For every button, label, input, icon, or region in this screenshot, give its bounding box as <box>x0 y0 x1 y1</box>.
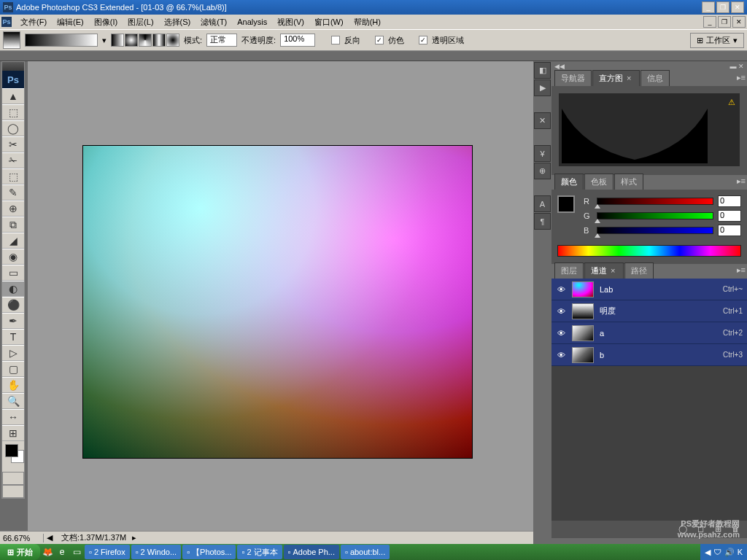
opacity-select[interactable]: 100% <box>280 34 315 47</box>
menu-help[interactable]: 帮助(H) <box>349 15 385 29</box>
g-slider[interactable] <box>597 212 713 219</box>
tool-4[interactable]: ✁ <box>2 152 24 168</box>
doc-restore-button[interactable]: ❐ <box>718 16 731 28</box>
channel-row-b[interactable]: 👁bCtrl+3 <box>551 344 747 366</box>
tab-paths[interactable]: 路径 <box>624 262 654 279</box>
collapse-right-icon[interactable]: ▬ ✕ <box>729 63 744 70</box>
r-value[interactable]: 0 <box>718 195 741 207</box>
taskbar-item[interactable]: ▫【Photos... <box>182 545 236 559</box>
taskbar-item[interactable]: ▫about:bl... <box>341 545 390 559</box>
panel-menu-icon[interactable]: ▸≡ <box>737 73 746 82</box>
g-value[interactable]: 0 <box>718 210 741 222</box>
strip-tools-icon[interactable]: ✕ <box>534 112 551 129</box>
tool-9[interactable]: ◢ <box>2 233 24 249</box>
tab-channels[interactable]: 通道 × <box>584 262 624 279</box>
ql-firefox-icon[interactable]: 🦊 <box>40 545 55 559</box>
reverse-checkbox[interactable] <box>331 36 340 44</box>
color-current-swatch[interactable] <box>557 195 575 213</box>
ql-desktop-icon[interactable]: ▭ <box>69 545 84 559</box>
tray-icon[interactable]: 🔊 <box>724 548 735 557</box>
visibility-icon[interactable]: 👁 <box>556 284 566 295</box>
tool-19[interactable]: 🔍 <box>2 393 24 409</box>
tab-styles[interactable]: 样式 <box>614 174 643 190</box>
r-slider[interactable] <box>597 198 713 205</box>
taskbar-item[interactable]: ▫2 记事本 <box>237 545 282 559</box>
tool-0[interactable]: ▲ <box>2 88 24 104</box>
document-canvas[interactable] <box>82 145 473 459</box>
tray-icon[interactable]: ◀ <box>705 548 711 557</box>
gradient-angle[interactable] <box>139 34 152 47</box>
panel-menu-icon[interactable]: ▸≡ <box>737 176 746 186</box>
taskbar-item[interactable]: ▫2 Windo... <box>131 545 181 559</box>
tool-21[interactable]: ⊞ <box>2 425 24 441</box>
document-info[interactable]: 文档:1.37M/1.37M <box>55 532 132 543</box>
toolbox-grip[interactable] <box>2 62 24 71</box>
info-dropdown-icon[interactable]: ▸ <box>132 533 136 542</box>
menu-image[interactable]: 图像(I) <box>90 15 122 29</box>
strip-brush-icon[interactable]: ¥ <box>534 145 551 162</box>
gradient-radial[interactable] <box>125 34 138 47</box>
tool-2[interactable]: ◯ <box>2 120 24 136</box>
tool-5[interactable]: ⬚ <box>2 168 24 184</box>
strip-char-icon[interactable]: A <box>534 195 551 212</box>
channel-row-a[interactable]: 👁aCtrl+2 <box>551 322 747 344</box>
foreground-color[interactable] <box>5 444 18 457</box>
visibility-icon[interactable]: 👁 <box>556 350 566 360</box>
tab-close-icon[interactable]: × <box>625 74 632 82</box>
maximize-button[interactable]: ❐ <box>716 1 729 13</box>
b-slider[interactable] <box>597 227 713 234</box>
ps-menu-icon[interactable]: Ps <box>1 17 12 27</box>
workspace-button[interactable]: ⊞ 工作区 ▾ <box>690 33 744 48</box>
menu-edit[interactable]: 编辑(E) <box>53 15 88 29</box>
tool-14[interactable]: ✒ <box>2 313 24 329</box>
tab-layers[interactable]: 图层 <box>554 262 584 279</box>
active-tool-icon[interactable] <box>3 31 20 49</box>
close-button[interactable]: ✕ <box>731 1 744 13</box>
tool-11[interactable]: ▭ <box>2 265 24 281</box>
tool-20[interactable]: ↔ <box>2 409 24 425</box>
doc-close-button[interactable]: ✕ <box>732 16 746 28</box>
menu-layer[interactable]: 图层(L) <box>123 15 158 29</box>
visibility-icon[interactable]: 👁 <box>556 328 566 338</box>
tool-17[interactable]: ▢ <box>2 361 24 377</box>
gradient-linear[interactable] <box>111 34 124 47</box>
tool-8[interactable]: ⧉ <box>2 217 24 233</box>
tool-3[interactable]: ✂ <box>2 136 24 152</box>
doc-minimize-button[interactable]: _ <box>703 16 716 28</box>
tab-close-icon[interactable]: × <box>609 266 616 275</box>
tool-7[interactable]: ⊕ <box>2 201 24 217</box>
ql-ie-icon[interactable]: e <box>55 545 69 559</box>
menu-window[interactable]: 窗口(W) <box>310 15 348 29</box>
strip-clone-icon[interactable]: ⊕ <box>534 163 551 179</box>
taskbar-item[interactable]: ▫Adobe Ph... <box>284 545 339 559</box>
tab-color[interactable]: 颜色 <box>554 174 584 190</box>
tab-histogram[interactable]: 直方图 × <box>592 70 640 86</box>
tray-icon[interactable]: K <box>738 548 743 556</box>
tool-10[interactable]: ◉ <box>2 249 24 265</box>
gradient-reflected[interactable] <box>152 34 166 47</box>
channel-row-明度[interactable]: 👁明度Ctrl+1 <box>551 300 747 322</box>
start-button[interactable]: ⊞ 开始 <box>0 544 40 560</box>
panel-menu-icon[interactable]: ▸≡ <box>737 265 746 275</box>
tray-icon[interactable]: 🛡 <box>713 548 721 556</box>
b-value[interactable]: 0 <box>718 225 741 236</box>
menu-view[interactable]: 视图(V) <box>273 15 309 29</box>
minimize-button[interactable]: _ <box>702 1 715 13</box>
tool-1[interactable]: ⬚ <box>2 104 24 120</box>
tab-swatches[interactable]: 色板 <box>584 174 614 190</box>
tool-15[interactable]: T <box>2 329 24 345</box>
strip-para-icon[interactable]: ¶ <box>534 213 551 230</box>
collapse-left-icon[interactable]: ◀◀ <box>554 63 565 70</box>
quickmask-toggle[interactable] <box>2 472 24 485</box>
tool-12[interactable]: ◐ <box>2 281 24 297</box>
dropdown-icon[interactable]: ▾ <box>102 36 107 45</box>
channel-row-Lab[interactable]: 👁LabCtrl+~ <box>551 279 747 300</box>
zoom-input[interactable]: 66.67% <box>0 534 44 542</box>
system-tray[interactable]: ◀ 🛡 🔊 K <box>700 544 747 560</box>
menu-analysis[interactable]: Analysis <box>233 16 271 28</box>
visibility-icon[interactable]: 👁 <box>556 306 566 316</box>
color-spectrum[interactable] <box>557 245 741 257</box>
gradient-preview[interactable] <box>25 34 98 47</box>
tab-navigator[interactable]: 导航器 <box>554 70 592 86</box>
blend-mode-select[interactable]: 正常 <box>206 34 237 47</box>
